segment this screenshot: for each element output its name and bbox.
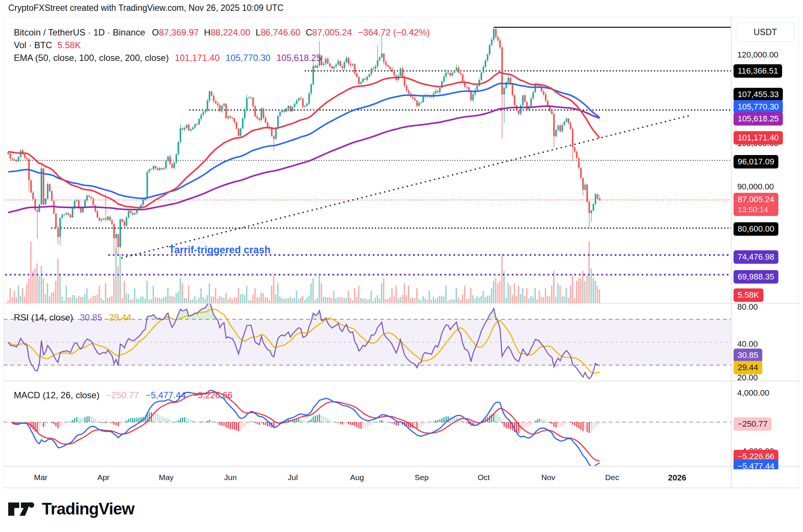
time-label-Jul: Jul (288, 473, 298, 482)
macd-label: 4,000.00 (734, 389, 769, 397)
rsi-label: 20.00 (734, 374, 758, 382)
price-label: 69,988.35 (734, 270, 778, 284)
price-label: 101,171.40 (734, 131, 783, 145)
macd-label: −250.77 (734, 417, 772, 431)
macd-label: −5,477.44 (734, 460, 778, 469)
tradingview-logo-text: TradingView (42, 499, 134, 518)
price-label: 80,600.00 (734, 222, 778, 236)
rsi-label: 30.85 (734, 349, 762, 362)
time-label-Jun: Jun (224, 473, 237, 482)
time-label-Nov: Nov (541, 473, 555, 482)
tradingview-branding[interactable]: TradingView (8, 499, 134, 519)
time-label-2026: 2026 (668, 473, 686, 483)
time-label-Sep: Sep (415, 473, 428, 482)
rsi-label: 29.44 (734, 361, 762, 374)
price-label: 87,005.2413:50:14 (734, 193, 778, 216)
price-label: 90,000.00 (734, 183, 774, 191)
time-label-Dec: Dec (605, 473, 619, 482)
time-label-May: May (159, 473, 174, 482)
price-scale[interactable]: 120,000.00116,366.51107,455.33105,770.30… (0, 0, 803, 469)
price-label: 105,770.30 (734, 100, 783, 114)
price-label: 116,366.51 (734, 64, 782, 78)
price-label: 96,017.09 (734, 155, 778, 168)
rsi-label: 80.00 (734, 303, 758, 311)
price-label: 5.58K (734, 288, 763, 302)
time-label-Apr: Apr (97, 473, 110, 482)
price-label: 74,476.98 (734, 250, 778, 264)
currency-toggle-button[interactable]: USDT (736, 22, 795, 42)
time-label-Mar: Mar (34, 473, 47, 482)
tradingview-logo-icon (8, 499, 36, 519)
price-label: 105,618.25 (734, 112, 783, 126)
time-label-Aug: Aug (350, 473, 364, 482)
price-label: 120,000.00 (734, 51, 778, 59)
price-label: 107,455.33 (734, 88, 783, 101)
time-label-Oct: Oct (478, 473, 490, 482)
rsi-label: 40.00 (734, 340, 758, 348)
